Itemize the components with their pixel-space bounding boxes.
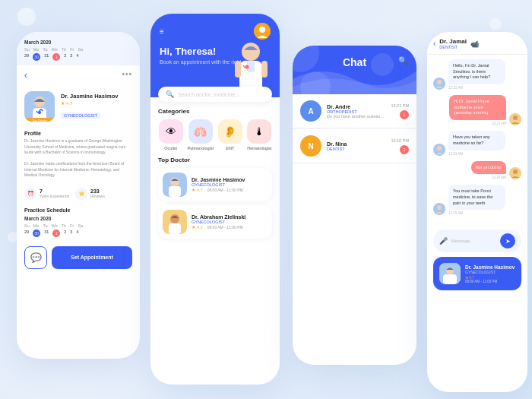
- doc1-avatar: [163, 173, 187, 197]
- more-button[interactable]: •••: [122, 70, 132, 78]
- search-bar[interactable]: 🔍 Search doctor, medicine...: [158, 87, 272, 102]
- schedule-title: Practice Schedule: [24, 207, 132, 213]
- chat-search-icon[interactable]: 🔍: [398, 56, 407, 65]
- chat-meta-2: 13:10 PM 2: [391, 138, 409, 154]
- msg1-avatar: [433, 78, 445, 90]
- doc2-name: Dr. Abraham Zielinski: [192, 214, 268, 220]
- message-2: Hi Dr. Jamal I have toothache since yest…: [433, 95, 521, 125]
- doc1-rating: ★ 4.7 08:00 AM - 11:00 PM: [192, 188, 268, 192]
- deco-circle-1: [17, 8, 36, 26]
- menu-icon[interactable]: ≡: [160, 27, 164, 36]
- svg-point-13: [170, 177, 179, 186]
- svg-point-21: [513, 116, 518, 120]
- msg4-bubble: Not yet doctor: [471, 161, 506, 175]
- doctor-specialty: GYNECOLOGIST: [61, 112, 100, 119]
- doc2-info: Dr. Abraham Zielinski GYNECOLOGIST ★ 4.2…: [192, 214, 268, 230]
- profile-footer: 💬 Set Appointment: [17, 240, 140, 275]
- chat-list: A Dr. Andre ORTHOPEDIST Do you have anot…: [293, 94, 416, 163]
- ent-label: ENT: [226, 146, 234, 150]
- bc-avatar: [439, 263, 461, 284]
- message-3: Have you taken any medicine so far? 12:2…: [433, 131, 521, 155]
- svg-point-16: [170, 214, 179, 223]
- bc-spec: GYNECOLOGIST: [465, 270, 515, 274]
- phone-chat-detail: ‹ Dr. Jamal DENTIST 📹 Hello, I'm Dr. Jam…: [427, 32, 527, 392]
- send-button[interactable]: ➤: [500, 233, 515, 249]
- video-call-icon[interactable]: 📹: [470, 40, 479, 48]
- chat-meta-1: 13:21 PM 1: [391, 103, 409, 119]
- chat-back-button[interactable]: ‹: [433, 40, 435, 48]
- doc1-spec: GYNECOLOGIST: [192, 182, 268, 187]
- doc1-info: Dr. Jasmine Hasimov GYNECOLOGIST ★ 4.7 0…: [192, 177, 268, 192]
- doctor-name: Dr. Jasmine Hasimov: [61, 93, 132, 100]
- experience-icon: ⏰: [24, 188, 36, 200]
- chat-detail-header: ‹ Dr. Jamal DENTIST 📹: [427, 32, 527, 55]
- reviews-icon: ⭐: [75, 188, 87, 200]
- main-header: ≡ Hi, Theresa! Book an appointment with …: [150, 14, 280, 97]
- msg4-avatar: [509, 167, 521, 179]
- doctor-avatar: Top Doctor: [24, 91, 55, 122]
- chat-doctor-spec: DENTIST: [439, 45, 467, 49]
- svg-point-9: [245, 65, 249, 69]
- sched-cal-title: March 2020: [24, 216, 132, 221]
- reviews-value: 233: [90, 188, 105, 194]
- msg2-bubble: Hi Dr. Jamal I have toothache since yest…: [449, 95, 506, 120]
- top-doctor-section: Top Doctor Dr. Jasmine Hasimov GYNECOLOG…: [150, 157, 280, 249]
- msg5-bubble: You must take Ponxi medicine, to ease th…: [448, 185, 505, 210]
- chat-info-2: Dr. Nina DENTIST: [327, 141, 385, 151]
- svg-point-19: [437, 80, 442, 84]
- oculist-label: Oculist: [164, 146, 177, 150]
- category-ent[interactable]: 👂 ENT: [217, 119, 242, 150]
- svg-rect-17: [169, 223, 181, 234]
- schedule-calendar: March 2020 Su Mo Tu We Th Fr Sa 29 30 31…: [24, 216, 132, 237]
- hematologist-label: Hematologist: [247, 146, 271, 150]
- svg-point-25: [513, 169, 518, 174]
- msg5-time: 12:25 AM: [448, 211, 505, 215]
- unread-badge-2: 2: [400, 145, 409, 154]
- chat-name-2: Dr. Nina: [327, 141, 385, 147]
- phone-chat: Chat 🔍 A Dr. Andre ORTHOPEDIST Do you ha…: [293, 46, 416, 365]
- chat-button[interactable]: 💬: [24, 246, 47, 269]
- categories-list: 👁 Oculist 🫁 Pulmonologist 👂 ENT 🌡 Hemato…: [158, 119, 272, 150]
- svg-point-27: [437, 205, 442, 210]
- msg3-time: 12:23 AM: [448, 152, 505, 156]
- svg-rect-30: [443, 274, 457, 284]
- doc2-spec: GYNECOLOGIST: [192, 220, 268, 224]
- doc2-time: 09:00 AM - 11:00 PM: [207, 225, 243, 230]
- chat-title: Chat: [302, 56, 407, 68]
- appointment-button[interactable]: Set Appointment: [52, 246, 132, 269]
- message-input-row: 🎤 Message... ➤: [433, 230, 521, 252]
- doctor-row-2[interactable]: Dr. Abraham Zielinski GYNECOLOGIST ★ 4.2…: [158, 205, 272, 239]
- bottom-doctor-card[interactable]: Dr. Jasmine Hasimov GYNECOLOGIST ★ 4.7 0…: [433, 257, 521, 290]
- chat-item-2[interactable]: N Dr. Nina DENTIST 13:10 PM 2: [293, 129, 416, 163]
- chat-doctor-name: Dr. Jamal: [439, 38, 467, 45]
- category-oculist[interactable]: 👁 Oculist: [158, 119, 183, 150]
- doctor-row-1[interactable]: Dr. Jasmine Hasimov GYNECOLOGIST ★ 4.7 0…: [158, 168, 272, 201]
- doc2-avatar: [163, 210, 187, 234]
- msg3-bubble: Have you taken any medicine so far?: [448, 131, 505, 150]
- category-hematologist[interactable]: 🌡 Hematologist: [247, 119, 272, 150]
- chat-spec-2: DENTIST: [327, 147, 385, 151]
- back-button[interactable]: ‹: [24, 70, 27, 81]
- bc-info: Dr. Jasmine Hasimov GYNECOLOGIST ★ 4.7 0…: [465, 264, 515, 283]
- message-input[interactable]: Message...: [451, 239, 496, 243]
- unread-badge-1: 1: [400, 110, 409, 119]
- messages-area: Hello, I'm Dr. Jamal Smulikov. is there …: [427, 55, 527, 225]
- ent-icon: 👂: [218, 119, 242, 144]
- category-pulmonologist[interactable]: 🫁 Pulmonologist: [187, 119, 214, 150]
- top-doctor-title: Top Doctor: [158, 157, 272, 163]
- message-1: Hello, I'm Dr. Jamal Smulikov. is there …: [433, 59, 521, 90]
- doc2-rating: ★ 4.2 09:00 AM - 11:00 PM: [192, 225, 268, 230]
- schedule-section: Practice Schedule March 2020 Su Mo Tu We…: [17, 204, 140, 240]
- profile-section: Profile Dr. Jasmine Hasimov is a graduat…: [17, 126, 140, 183]
- experience-value: 7: [40, 188, 69, 194]
- doctor-info: Dr. Jasmine Hasimov ★ 4.7 GYNECOLOGIST: [61, 93, 132, 120]
- msg1-bubble: Hello, I'm Dr. Jamal Smulikov. is there …: [448, 59, 505, 84]
- chat-info-1: Dr. Andre ORTHOPEDIST Do you have anothe…: [327, 104, 385, 119]
- msg5-avatar: [433, 203, 445, 215]
- chat-doctor-info: Dr. Jamal DENTIST: [439, 38, 467, 49]
- mic-icon[interactable]: 🎤: [439, 237, 448, 245]
- svg-point-23: [437, 146, 442, 150]
- svg-rect-11: [261, 61, 268, 78]
- chat-item-1[interactable]: A Dr. Andre ORTHOPEDIST Do you have anot…: [293, 94, 416, 128]
- search-placeholder: Search doctor, medicine...: [178, 92, 239, 97]
